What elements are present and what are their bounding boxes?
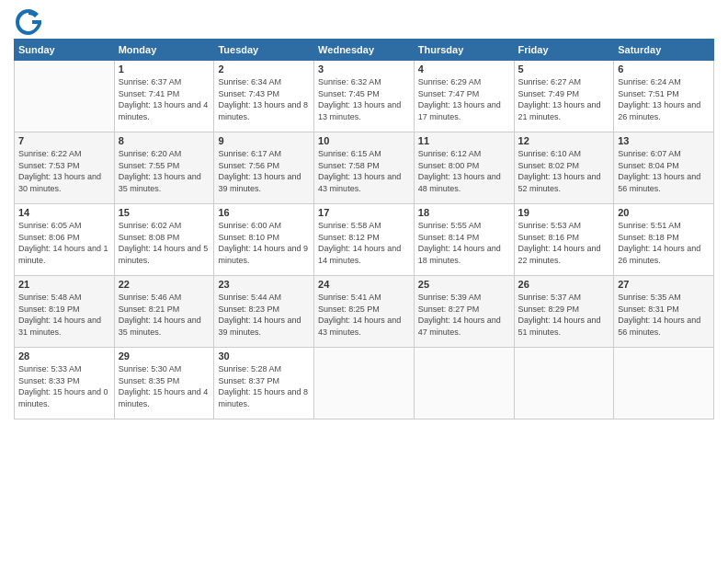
day-number: 6 xyxy=(618,63,710,75)
calendar-week-row: 1Sunrise: 6:37 AMSunset: 7:41 PMDaylight… xyxy=(15,61,714,132)
calendar-cell: 18Sunrise: 5:55 AMSunset: 8:14 PMDayligh… xyxy=(414,204,514,276)
day-number: 4 xyxy=(418,63,510,75)
day-number: 16 xyxy=(218,207,310,218)
day-number: 15 xyxy=(119,207,210,218)
day-info: Sunrise: 6:37 AMSunset: 7:41 PMDaylight:… xyxy=(119,76,210,122)
day-info: Sunrise: 6:24 AMSunset: 7:51 PMDaylight:… xyxy=(618,76,710,122)
calendar-cell: 1Sunrise: 6:37 AMSunset: 7:41 PMDaylight… xyxy=(114,61,214,132)
day-info: Sunrise: 6:02 AMSunset: 8:08 PMDaylight:… xyxy=(119,220,210,266)
day-number: 20 xyxy=(618,207,710,218)
col-sunday: Sunday xyxy=(15,40,115,61)
day-info: Sunrise: 6:10 AMSunset: 8:02 PMDaylight:… xyxy=(518,148,610,194)
calendar-cell xyxy=(614,348,714,419)
col-thursday: Thursday xyxy=(414,40,514,61)
calendar-cell: 10Sunrise: 6:15 AMSunset: 7:58 PMDayligh… xyxy=(314,132,415,204)
day-info: Sunrise: 5:28 AMSunset: 8:37 PMDaylight:… xyxy=(218,363,310,409)
calendar-cell: 2Sunrise: 6:34 AMSunset: 7:43 PMDaylight… xyxy=(214,61,314,132)
day-info: Sunrise: 6:00 AMSunset: 8:10 PMDaylight:… xyxy=(218,220,310,266)
calendar-cell: 26Sunrise: 5:37 AMSunset: 8:29 PMDayligh… xyxy=(514,276,614,348)
day-number: 1 xyxy=(119,63,210,75)
calendar-cell: 15Sunrise: 6:02 AMSunset: 8:08 PMDayligh… xyxy=(114,204,214,276)
day-number: 8 xyxy=(119,135,210,146)
day-number: 17 xyxy=(318,207,410,218)
day-number: 18 xyxy=(418,207,510,218)
day-info: Sunrise: 5:53 AMSunset: 8:16 PMDaylight:… xyxy=(518,220,610,266)
day-number: 21 xyxy=(18,279,110,290)
col-wednesday: Wednesday xyxy=(314,40,415,61)
day-number: 9 xyxy=(218,135,310,146)
calendar-cell: 4Sunrise: 6:29 AMSunset: 7:47 PMDaylight… xyxy=(414,61,514,132)
day-number: 14 xyxy=(18,207,110,218)
header xyxy=(14,9,714,35)
calendar-cell: 11Sunrise: 6:12 AMSunset: 8:00 PMDayligh… xyxy=(414,132,514,204)
day-info: Sunrise: 5:33 AMSunset: 8:33 PMDaylight:… xyxy=(18,363,110,409)
day-info: Sunrise: 5:41 AMSunset: 8:25 PMDaylight:… xyxy=(318,292,410,338)
day-info: Sunrise: 6:22 AMSunset: 7:53 PMDaylight:… xyxy=(18,148,110,194)
calendar-week-row: 28Sunrise: 5:33 AMSunset: 8:33 PMDayligh… xyxy=(15,348,714,419)
calendar-header-row: Sunday Monday Tuesday Wednesday Thursday… xyxy=(15,40,714,61)
day-number: 11 xyxy=(418,135,510,146)
col-tuesday: Tuesday xyxy=(214,40,314,61)
day-info: Sunrise: 6:17 AMSunset: 7:56 PMDaylight:… xyxy=(218,148,310,194)
day-number: 29 xyxy=(119,350,210,362)
calendar-cell: 5Sunrise: 6:27 AMSunset: 7:49 PMDaylight… xyxy=(514,61,614,132)
day-info: Sunrise: 5:35 AMSunset: 8:31 PMDaylight:… xyxy=(618,292,710,338)
calendar-table: Sunday Monday Tuesday Wednesday Thursday… xyxy=(14,39,714,419)
day-number: 3 xyxy=(318,63,410,75)
day-info: Sunrise: 6:29 AMSunset: 7:47 PMDaylight:… xyxy=(418,76,510,122)
calendar-cell: 3Sunrise: 6:32 AMSunset: 7:45 PMDaylight… xyxy=(314,61,415,132)
day-number: 24 xyxy=(318,279,410,290)
day-number: 5 xyxy=(518,63,610,75)
day-number: 28 xyxy=(18,350,110,362)
day-info: Sunrise: 5:51 AMSunset: 8:18 PMDaylight:… xyxy=(618,220,710,266)
calendar-cell: 25Sunrise: 5:39 AMSunset: 8:27 PMDayligh… xyxy=(414,276,514,348)
calendar-cell xyxy=(314,348,415,419)
day-info: Sunrise: 6:27 AMSunset: 7:49 PMDaylight:… xyxy=(518,76,610,122)
day-number: 19 xyxy=(518,207,610,218)
day-info: Sunrise: 6:12 AMSunset: 8:00 PMDaylight:… xyxy=(418,148,510,194)
calendar-week-row: 14Sunrise: 6:05 AMSunset: 8:06 PMDayligh… xyxy=(15,204,714,276)
calendar-cell: 21Sunrise: 5:48 AMSunset: 8:19 PMDayligh… xyxy=(15,276,115,348)
calendar-cell: 8Sunrise: 6:20 AMSunset: 7:55 PMDaylight… xyxy=(114,132,214,204)
calendar-cell: 12Sunrise: 6:10 AMSunset: 8:02 PMDayligh… xyxy=(514,132,614,204)
day-number: 27 xyxy=(618,279,710,290)
day-info: Sunrise: 5:30 AMSunset: 8:35 PMDaylight:… xyxy=(119,363,210,409)
main-container: Sunday Monday Tuesday Wednesday Thursday… xyxy=(0,0,728,429)
day-info: Sunrise: 6:05 AMSunset: 8:06 PMDaylight:… xyxy=(18,220,110,266)
day-number: 2 xyxy=(218,63,310,75)
day-number: 30 xyxy=(218,350,310,362)
calendar-cell: 16Sunrise: 6:00 AMSunset: 8:10 PMDayligh… xyxy=(214,204,314,276)
logo xyxy=(14,9,41,35)
calendar-week-row: 21Sunrise: 5:48 AMSunset: 8:19 PMDayligh… xyxy=(15,276,714,348)
day-info: Sunrise: 5:44 AMSunset: 8:23 PMDaylight:… xyxy=(218,292,310,338)
calendar-cell: 28Sunrise: 5:33 AMSunset: 8:33 PMDayligh… xyxy=(15,348,115,419)
day-info: Sunrise: 6:07 AMSunset: 8:04 PMDaylight:… xyxy=(618,148,710,194)
calendar-week-row: 7Sunrise: 6:22 AMSunset: 7:53 PMDaylight… xyxy=(15,132,714,204)
day-number: 7 xyxy=(18,135,110,146)
day-info: Sunrise: 5:48 AMSunset: 8:19 PMDaylight:… xyxy=(18,292,110,338)
day-info: Sunrise: 5:46 AMSunset: 8:21 PMDaylight:… xyxy=(119,292,210,338)
calendar-cell: 30Sunrise: 5:28 AMSunset: 8:37 PMDayligh… xyxy=(214,348,314,419)
day-info: Sunrise: 5:58 AMSunset: 8:12 PMDaylight:… xyxy=(318,220,410,266)
calendar-cell: 9Sunrise: 6:17 AMSunset: 7:56 PMDaylight… xyxy=(214,132,314,204)
day-number: 22 xyxy=(119,279,210,290)
calendar-cell: 27Sunrise: 5:35 AMSunset: 8:31 PMDayligh… xyxy=(614,276,714,348)
calendar-cell: 7Sunrise: 6:22 AMSunset: 7:53 PMDaylight… xyxy=(15,132,115,204)
calendar-cell: 19Sunrise: 5:53 AMSunset: 8:16 PMDayligh… xyxy=(514,204,614,276)
col-friday: Friday xyxy=(514,40,614,61)
day-info: Sunrise: 6:32 AMSunset: 7:45 PMDaylight:… xyxy=(318,76,410,122)
calendar-cell: 24Sunrise: 5:41 AMSunset: 8:25 PMDayligh… xyxy=(314,276,415,348)
calendar-cell: 14Sunrise: 6:05 AMSunset: 8:06 PMDayligh… xyxy=(15,204,115,276)
calendar-cell: 23Sunrise: 5:44 AMSunset: 8:23 PMDayligh… xyxy=(214,276,314,348)
calendar-cell: 13Sunrise: 6:07 AMSunset: 8:04 PMDayligh… xyxy=(614,132,714,204)
col-monday: Monday xyxy=(114,40,214,61)
day-number: 23 xyxy=(218,279,310,290)
day-info: Sunrise: 5:39 AMSunset: 8:27 PMDaylight:… xyxy=(418,292,510,338)
calendar-cell: 6Sunrise: 6:24 AMSunset: 7:51 PMDaylight… xyxy=(614,61,714,132)
calendar-cell: 20Sunrise: 5:51 AMSunset: 8:18 PMDayligh… xyxy=(614,204,714,276)
day-info: Sunrise: 5:37 AMSunset: 8:29 PMDaylight:… xyxy=(518,292,610,338)
logo-icon xyxy=(16,9,41,35)
calendar-cell xyxy=(414,348,514,419)
calendar-body: 1Sunrise: 6:37 AMSunset: 7:41 PMDaylight… xyxy=(15,61,714,419)
day-info: Sunrise: 6:15 AMSunset: 7:58 PMDaylight:… xyxy=(318,148,410,194)
